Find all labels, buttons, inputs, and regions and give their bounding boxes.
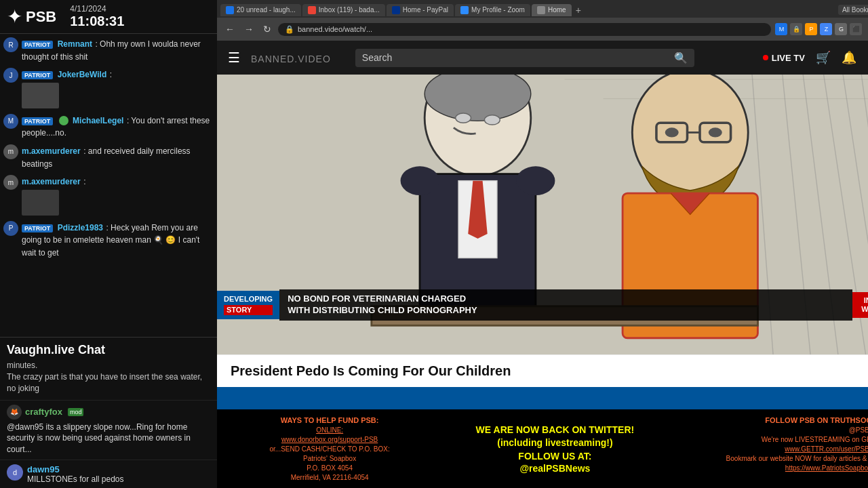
fund-link[interactable]: www.donorbox.org/support-PSB — [224, 436, 435, 443]
username: m.axemurderer — [22, 177, 81, 186]
live-tv-badge[interactable]: LIVE TV — [763, 53, 805, 63]
menu-icon[interactable]: ☰ — [228, 49, 240, 66]
back-button[interactable]: ← — [222, 22, 237, 36]
tab-label: 20 unread - laugh... — [237, 6, 296, 14]
chat-panel: ✦ PSB 4/11/2024 11:08:31 R PATRIOT Remna… — [0, 0, 217, 488]
msg-content: m.axemurderer : — [22, 175, 214, 216]
chat-image — [22, 83, 59, 108]
list-item: m m.axemurderer : and received daily mer… — [3, 144, 214, 169]
new-tab-button[interactable]: + — [576, 5, 581, 16]
patriot-badge: PATRIOT — [22, 41, 53, 49]
msg-content: PATRIOT Remnant : Ohh my own I woulda ne… — [22, 37, 214, 62]
patriot-badge: PATRIOT — [22, 117, 53, 125]
green-badge-icon — [59, 116, 68, 125]
avatar: P — [3, 221, 18, 236]
tab-icon — [537, 6, 545, 14]
fund-mail-label: or...SEND CASH/CHECK TO P.O. BOX: — [224, 445, 435, 453]
msg-content: PATRIOT MichaelLegel : You don't arrest … — [22, 114, 214, 139]
headline-text: NO BOND FOR VETERINARIAN CHARGEDWITH DIS… — [279, 289, 852, 321]
avatar: M — [3, 114, 18, 129]
username: MichaelLegel — [73, 116, 123, 125]
refresh-button[interactable]: ↻ — [260, 22, 274, 36]
cart-icon[interactable]: 🛒 — [816, 50, 831, 65]
twitter-announce-line2: (including livestreaming!) — [497, 436, 612, 450]
avatar: m — [3, 144, 18, 159]
vaughn-text: minutes.The crazy part is that you have … — [7, 360, 210, 394]
craftyfox-section: 🦊 craftyfox mod @dawn95 its a slippery s… — [0, 400, 217, 460]
psb-header: ✦ PSB 4/11/2024 11:08:31 — [0, 0, 217, 34]
browser-tabs: 20 unread - laugh... Inbox (119) - bada.… — [217, 0, 868, 18]
svg-point-13 — [401, 166, 439, 195]
follow-bookmark-text: Bookmark our website NOW for daily artic… — [675, 455, 868, 462]
article-title: President Pedo Is Coming For Our Childre… — [217, 354, 868, 387]
twitter-column: WE ARE NOW BACK ON TWITTER! (including l… — [449, 416, 660, 481]
twitter-handle: @realPSBNews — [519, 463, 590, 474]
extension-icon: 🔒 — [790, 23, 802, 35]
username: Remnant — [58, 39, 92, 49]
avatar: R — [3, 37, 18, 52]
tab-label: Inbox (119) - bada... — [319, 6, 380, 14]
browser-chrome: 20 unread - laugh... Inbox (119) - bada.… — [217, 0, 868, 41]
list-item: M PATRIOT MichaelLegel : You don't arres… — [3, 114, 214, 139]
bv-nav-right: LIVE TV 🛒 🔔 👤 — [763, 50, 868, 65]
tab-icon — [308, 6, 316, 14]
psb-time: 11:08:31 — [70, 14, 124, 29]
address-bar[interactable]: 🔒 banned.video/watch/... — [278, 23, 771, 36]
bottom-info-strip: WAYS TO HELP FUND PSB: ONLINE: www.donor… — [217, 409, 868, 488]
dawn-message: MILLSTONEs for all pedos — [27, 474, 124, 484]
browser-tab[interactable]: My Profile - Zoom — [455, 4, 530, 16]
username: JokerBeWild — [58, 70, 107, 79]
follow-gettr-label: We're now LIVESTREAMING on GETTR: — [675, 436, 868, 443]
breaking-news-banner: DEVELOPING STORY NO BOND FOR VETERINARIA… — [217, 289, 868, 321]
tab-icon — [226, 6, 234, 14]
bv-search-bar[interactable]: 🔍 — [355, 49, 694, 67]
bv-logo-sub: .VIDEO — [294, 54, 330, 64]
avatar: J — [3, 68, 18, 83]
follow-url[interactable]: https://www.PatriotsSoapbox.com — [675, 464, 868, 472]
follow-handle: @PSBNews — [675, 426, 868, 434]
developing-badge: DEVELOPING STORY — [217, 291, 279, 319]
svg-point-14 — [516, 166, 555, 195]
follow-gettr-link[interactable]: www.GETTR.com/user/PSBNews — [675, 445, 868, 453]
browser-tab[interactable]: 20 unread - laugh... — [220, 4, 301, 16]
tab-icon — [460, 6, 469, 14]
bv-navbar: ☰ BANNED.VIDEO 🔍 LIVE TV 🛒 🔔 👤 — [217, 41, 868, 75]
story-label: STORY — [224, 305, 273, 315]
avatar: 🦊 — [7, 405, 22, 420]
craftyfox-message: @dawn95 its a slippery slope now...Ring … — [7, 422, 210, 455]
browser-tab[interactable]: Home — [532, 4, 572, 16]
browser-nav: ← → ↻ 🔒 banned.video/watch/... M 🔒 P Z G… — [217, 18, 868, 41]
bv-logo: BANNED.VIDEO — [251, 50, 331, 66]
dawn-section: d dawn95 MILLSTONEs for all pedos — [0, 460, 217, 488]
list-item: m m.axemurderer : — [3, 175, 214, 216]
search-icon[interactable]: 🔍 — [674, 52, 688, 64]
follow-column: FOLLOW PSB ON TRUTHSOCIAL: @PSBNews We'r… — [675, 416, 868, 481]
extension-icon: M — [775, 23, 787, 35]
tab-label: Home — [548, 6, 566, 14]
vaughn-title: Vaughn.live Chat — [7, 343, 210, 357]
browser-tab[interactable]: Home - PayPal — [387, 4, 454, 16]
svg-point-19 — [665, 127, 679, 137]
patriot-badge: PATRIOT — [22, 71, 53, 79]
main-content: DEVELOPING STORY NO BOND FOR VETERINARIA… — [217, 75, 868, 488]
search-input[interactable] — [362, 52, 669, 63]
msg-content: PATRIOT JokerBeWild : — [22, 68, 214, 108]
all-bookmarks-button[interactable]: All Bookmarks — [838, 5, 868, 15]
psb-logo: ✦ PSB — [7, 7, 56, 26]
bell-icon[interactable]: 🔔 — [842, 50, 856, 65]
news-ticker: Arizona Supreme Court Follows Law as Wri… — [217, 387, 868, 409]
developing-label: DEVELOPING — [224, 295, 273, 303]
tab-icon — [392, 6, 400, 14]
msg-content: m.axemurderer : and received daily merci… — [22, 144, 214, 169]
chat-area[interactable]: R PATRIOT Remnant : Ohh my own I woulda … — [0, 34, 217, 337]
bv-logo-text: BANNED — [251, 54, 294, 64]
forward-button[interactable]: → — [241, 22, 256, 36]
avatar: d — [7, 464, 23, 481]
msg-text: : — [83, 177, 85, 186]
list-item: P PATRIOT Pdizzle1983 : Heck yeah Rem yo… — [3, 221, 214, 259]
svg-point-20 — [709, 127, 722, 137]
dawn-username: dawn95 — [27, 464, 124, 474]
msg-content: PATRIOT Pdizzle1983 : Heck yeah Rem you … — [22, 221, 214, 259]
browser-tab[interactable]: Inbox (119) - bada... — [302, 4, 385, 16]
svg-point-9 — [484, 115, 500, 125]
